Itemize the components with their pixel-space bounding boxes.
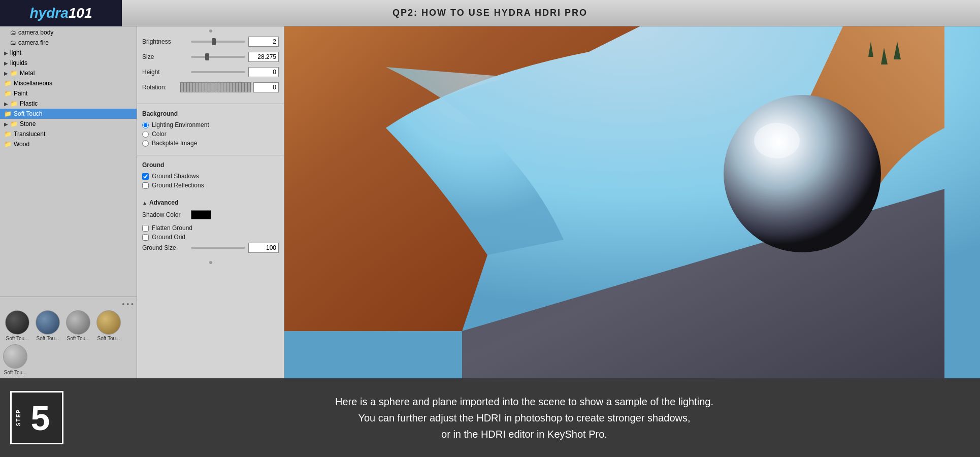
brightness-slider-container[interactable] (191, 37, 245, 47)
sidebar-item-miscellaneous[interactable]: 📁 Miscellaneous (0, 78, 137, 88)
rotation-row: Rotation: (142, 82, 279, 92)
arrow-icon: ▶ (4, 60, 8, 66)
flatten-ground-label: Flatten Ground (152, 224, 192, 232)
ground-reflections-label: Ground Reflections (152, 182, 204, 189)
brightness-section: Brightness Size (137, 34, 284, 101)
folder-icon: 📁 (10, 100, 18, 107)
ground-grid-label: Ground Grid (152, 234, 185, 241)
height-slider-container[interactable] (191, 67, 245, 77)
sidebar-item-camera-body[interactable]: 🗂 camera body (0, 27, 137, 38)
brightness-slider-track[interactable] (191, 41, 245, 43)
sidebar-item-liquids[interactable]: ▶ liquids (0, 58, 137, 68)
brightness-row: Brightness (142, 37, 279, 47)
bottom-line-1: Here is a sphere and plane imported into… (79, 394, 970, 410)
height-slider-track[interactable] (191, 71, 245, 73)
swatch-1[interactable]: Soft Tou... (3, 310, 31, 341)
radio-lighting-input[interactable] (142, 122, 149, 128)
checkbox-ground-grid[interactable]: Ground Grid (142, 234, 279, 241)
sidebar-item-light[interactable]: ▶ light (0, 48, 137, 58)
height-row: Height (142, 67, 279, 77)
brightness-slider-thumb[interactable] (212, 38, 216, 45)
bottom-line-2: You can further adjust the HDRI in photo… (79, 410, 970, 426)
brightness-input[interactable] (248, 37, 279, 47)
sidebar: 🗂 camera body 🗂 camera fire ▶ light ▶ li… (0, 26, 137, 378)
ground-size-input[interactable] (248, 243, 279, 253)
sidebar-item-metal[interactable]: ▶ 📁 Metal (0, 68, 137, 78)
height-input[interactable] (248, 67, 279, 77)
logo-101: 101 (69, 5, 92, 21)
sidebar-item-wood[interactable]: 📁 Wood (0, 139, 137, 149)
separator-1 (137, 104, 284, 104)
background-header: Background (142, 110, 279, 117)
title-bar: hydra 101 QP2: HOW TO USE HYDRA HDRI PRO (0, 0, 980, 26)
swatch-label-4: Soft Tou... (97, 336, 120, 341)
radio-backplate[interactable]: Backplate Image (142, 140, 279, 147)
radio-backplate-input[interactable] (142, 140, 149, 147)
logo-area: hydra 101 (0, 0, 122, 26)
size-slider-track[interactable] (191, 56, 245, 58)
rotation-input[interactable] (253, 82, 279, 92)
sidebar-item-stone[interactable]: ▶ 📁 Stone (0, 119, 137, 129)
arrow-icon: ▶ (4, 121, 8, 127)
main-area: 🗂 camera body 🗂 camera fire ▶ light ▶ li… (0, 26, 980, 378)
scroll-dot (209, 29, 212, 32)
shadow-color-row: Shadow Color (142, 210, 279, 219)
brightness-label: Brightness (142, 38, 188, 45)
step-word-label: STEP (16, 409, 21, 426)
radio-color[interactable]: Color (142, 130, 279, 138)
separator-2 (137, 155, 284, 155)
step-number-label: 5 (31, 398, 50, 438)
swatch-label-5: Soft Tou... (4, 370, 27, 375)
ground-size-scroll-dot (209, 261, 212, 264)
sidebar-item-paint[interactable]: 📁 Paint (0, 88, 137, 99)
sidebar-item-camera-fire[interactable]: 🗂 camera fire (0, 38, 137, 48)
swatch-2[interactable]: Soft Tou... (34, 310, 62, 341)
middle-panel: Brightness Size (137, 26, 284, 378)
ground-size-scroll (142, 258, 279, 264)
ground-grid-input[interactable] (142, 234, 149, 241)
scroll-indicator (137, 28, 284, 34)
ground-header: Ground (142, 161, 279, 169)
rotation-track[interactable] (180, 82, 251, 92)
sidebar-item-translucent[interactable]: 📁 Translucent (0, 129, 137, 139)
logo-text: hydra (30, 5, 69, 21)
swatches-area: • • • Soft Tou... Soft Tou... Soft Tou..… (0, 297, 137, 378)
ground-shadows-input[interactable] (142, 173, 149, 180)
ground-size-slider-container[interactable] (191, 243, 245, 253)
swatches-header: • • • (3, 300, 134, 308)
swatch-5[interactable]: Soft Tou... (3, 344, 27, 375)
size-slider-container[interactable] (191, 52, 245, 62)
swatches-grid: Soft Tou... Soft Tou... Soft Tou... Soft… (3, 310, 134, 341)
radio-lighting-env[interactable]: Lighting Environment (142, 121, 279, 128)
folder-icon: 📁 (4, 141, 12, 148)
swatch-4[interactable]: Soft Tou... (94, 310, 123, 341)
size-input[interactable] (248, 52, 279, 62)
swatch-circle-1 (5, 310, 29, 335)
swatch-label-1: Soft Tou... (6, 336, 29, 341)
page-title: QP2: HOW TO USE HYDRA HDRI PRO (393, 8, 587, 18)
svg-point-2 (754, 123, 800, 158)
swatch-circle-2 (36, 310, 60, 335)
size-slider-thumb[interactable] (205, 53, 209, 60)
swatch-circle-5 (3, 344, 27, 369)
bottom-bar: STEP 5 Here is a sphere and plane import… (0, 378, 980, 457)
folder-icon: 📁 (4, 130, 12, 138)
checkbox-ground-reflections[interactable]: Ground Reflections (142, 182, 279, 189)
sidebar-item-plastic[interactable]: ▶ 📁 Plastic (0, 99, 137, 109)
ground-reflections-input[interactable] (142, 182, 149, 189)
checkbox-ground-shadows[interactable]: Ground Shadows (142, 173, 279, 180)
ground-size-slider-track[interactable] (191, 247, 245, 249)
radio-color-input[interactable] (142, 131, 149, 138)
shadow-color-label: Shadow Color (142, 211, 188, 218)
arrow-icon: ▶ (4, 71, 8, 76)
shadow-color-swatch[interactable] (191, 210, 211, 219)
folder-icon: 📁 (4, 110, 12, 117)
sidebar-item-soft-touch[interactable]: 📁 Soft Touch (0, 109, 137, 119)
viewport (284, 26, 980, 378)
checkbox-flatten-ground[interactable]: Flatten Ground (142, 224, 279, 232)
flatten-ground-input[interactable] (142, 225, 149, 232)
swatch-3[interactable]: Soft Tou... (64, 310, 92, 341)
advanced-header[interactable]: ▲ Advanced (142, 199, 279, 206)
step-badge: STEP 5 (10, 391, 63, 444)
ground-size-row: Ground Size (142, 243, 279, 253)
